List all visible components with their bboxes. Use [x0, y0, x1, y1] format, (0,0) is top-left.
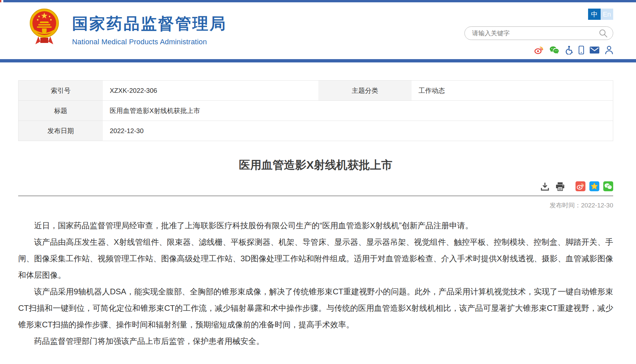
- article-action-row: [18, 181, 613, 191]
- national-emblem-logo: [29, 7, 60, 47]
- search-box: [464, 26, 613, 40]
- title-value: 医用血管造影X射线机获批上市: [103, 101, 613, 121]
- publish-time-label: 发布时间：: [550, 202, 581, 209]
- paragraph: 该产品由高压发生器、X射线管组件、限束器、滤线栅、平板探测器、机架、导管床、显示…: [18, 234, 613, 283]
- top-accent-bar: [0, 0, 636, 3]
- search-input[interactable]: [472, 30, 599, 37]
- top-bar-blue: [3, 0, 636, 2]
- share-qzone-icon[interactable]: [589, 181, 599, 191]
- language-toggle: 中 En: [464, 9, 613, 20]
- weibo-icon[interactable]: [534, 46, 544, 54]
- mail-icon[interactable]: [590, 47, 599, 54]
- lang-english-button[interactable]: En: [601, 9, 613, 20]
- user-icon[interactable]: [605, 46, 613, 55]
- table-row: 标题 医用血管造影X射线机获批上市: [19, 101, 613, 121]
- table-row: 索引号 XZXK-2022-306 主题分类 工作动态: [19, 81, 613, 101]
- print-icon[interactable]: [555, 182, 565, 191]
- download-icon[interactable]: [540, 182, 549, 191]
- wechat-icon[interactable]: [549, 46, 559, 54]
- publish-time: 发布时间：2022-12-30: [18, 201, 613, 210]
- table-row: 发布日期 2022-12-30: [19, 121, 613, 141]
- accessibility-icon[interactable]: [565, 46, 573, 55]
- share-weibo-icon[interactable]: [576, 181, 585, 191]
- mobile-icon[interactable]: [578, 46, 584, 55]
- article-divider: [18, 196, 613, 196]
- social-icon-row: [464, 46, 613, 55]
- publish-date-value: 2022-12-30: [103, 121, 613, 141]
- top-bar-red-sliver: [0, 0, 1, 2]
- document-info-table: 索引号 XZXK-2022-306 主题分类 工作动态 标题 医用血管造影X射线…: [18, 80, 613, 141]
- topic-category-label: 主题分类: [318, 81, 412, 100]
- page-title: 医用血管造影X射线机获批上市: [18, 158, 613, 173]
- title-label: 标题: [19, 101, 103, 121]
- lang-chinese-button[interactable]: 中: [588, 9, 601, 20]
- content-container: 索引号 XZXK-2022-306 主题分类 工作动态 标题 医用血管造影X射线…: [18, 80, 613, 349]
- paragraph: 药品监督管理部门将加强该产品上市后监管，保护患者用械安全。: [18, 333, 613, 349]
- index-number-value: XZXK-2022-306: [103, 81, 318, 100]
- article-body: 近日，国家药品监督管理局经审查，批准了上海联影医疗科技股份有限公司生产的“医用血…: [18, 217, 613, 349]
- topic-category-value: 工作动态: [412, 81, 613, 100]
- paragraph: 该产品采用9轴机器人DSA，能实现全腹部、全胸部的锥形束成像，解决了传统锥形束C…: [18, 283, 613, 333]
- publish-date-label: 发布日期: [19, 121, 103, 141]
- index-number-label: 索引号: [19, 81, 103, 100]
- search-icon[interactable]: [599, 29, 608, 38]
- site-brand: 国家药品监督管理局 National Medical Products Admi…: [72, 13, 227, 46]
- paragraph: 近日，国家药品监督管理局经审查，批准了上海联影医疗科技股份有限公司生产的“医用血…: [18, 217, 613, 234]
- site-header: 国家药品监督管理局 National Medical Products Admi…: [0, 3, 636, 59]
- share-wechat-icon[interactable]: [603, 181, 613, 191]
- site-title-english: National Medical Products Administration: [72, 38, 227, 46]
- header-right-controls: 中 En: [464, 9, 613, 55]
- publish-time-value: 2022-12-30: [581, 202, 613, 209]
- header-divider-bar: [0, 59, 636, 62]
- site-title-chinese: 国家药品监督管理局: [72, 13, 227, 34]
